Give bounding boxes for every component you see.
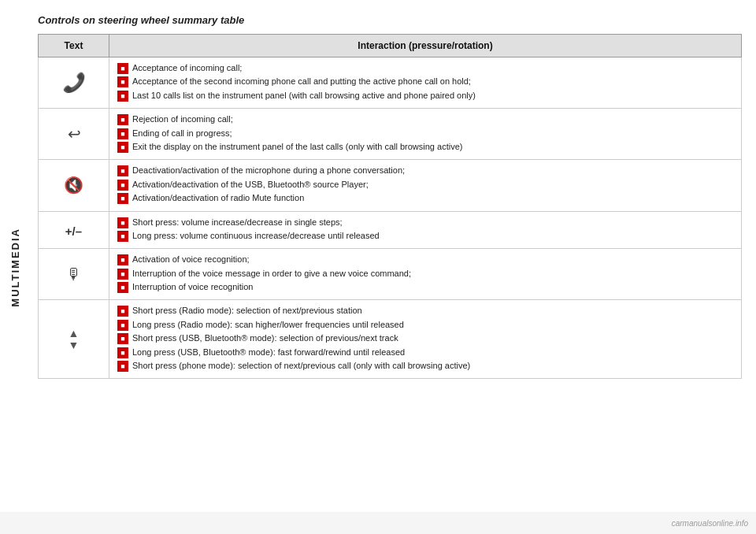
list-item: ■Acceptance of the second incoming phone…: [117, 76, 735, 87]
reject-call-icon: ↩: [39, 109, 109, 160]
bullet-icon: ■: [117, 114, 128, 125]
table-row: +/–■Short press: volume increase/decreas…: [39, 211, 742, 249]
description-text: Activation of voice recognition;: [132, 254, 250, 265]
list-item: ■Short press (Radio mode): selection of …: [117, 305, 735, 317]
list-item: ■Activation/deactivation of the USB, Blu…: [117, 179, 735, 191]
description-cell: ■Acceptance of incoming call;■Acceptance…: [109, 57, 742, 109]
bullet-icon: ■: [117, 347, 128, 358]
description-text: Acceptance of incoming call;: [132, 62, 242, 74]
main-content: Controls on steering wheel summary table…: [30, 0, 756, 534]
list-item: ■Short press (USB, Bluetooth® mode): sel…: [117, 332, 735, 344]
description-cell: ■Deactivation/activation of the micropho…: [109, 160, 742, 211]
arrows-icon: ▲▼: [39, 300, 109, 379]
description-cell: ■Activation of voice recognition;■Interr…: [109, 249, 742, 300]
description-text: Interruption of the voice message in ord…: [132, 268, 411, 280]
description-text: Short press (USB, Bluetooth® mode): sele…: [132, 332, 398, 344]
bullet-icon: ■: [117, 231, 128, 242]
description-text: Long press (USB, Bluetooth® mode): fast …: [132, 347, 405, 358]
description-text: Interruption of voice recognition: [132, 281, 253, 293]
description-text: Rejection of incoming call;: [132, 113, 233, 125]
description-cell: ■Short press (Radio mode): selection of …: [109, 300, 742, 379]
bullet-icon: ■: [117, 254, 128, 265]
table-row: 🎙■Activation of voice recognition;■Inter…: [39, 249, 742, 300]
controls-table: Text Interaction (pressure/rotation) 📞■A…: [38, 34, 742, 379]
bullet-icon: ■: [117, 76, 128, 87]
list-item: ■Last 10 calls list on the instrument pa…: [117, 90, 735, 102]
bullet-icon: ■: [117, 91, 128, 102]
col-header-interaction: Interaction (pressure/rotation): [109, 35, 742, 57]
description-text: Short press (Radio mode): selection of n…: [132, 305, 362, 317]
description-text: Acceptance of the second incoming phone …: [132, 76, 471, 87]
bullet-icon: ■: [117, 320, 128, 331]
phone-icon: 📞: [39, 57, 109, 109]
table-row: 📞■Acceptance of incoming call;■Acceptanc…: [39, 57, 742, 109]
list-item: ■Long press (USB, Bluetooth® mode): fast…: [117, 347, 735, 358]
bullet-icon: ■: [117, 63, 128, 74]
description-cell: ■Rejection of incoming call;■Ending of c…: [109, 109, 742, 160]
watermark: carmanualsonline.info: [0, 512, 756, 534]
list-item: ■Ending of call in progress;: [117, 128, 735, 139]
description-text: Short press (phone mode): selection of n…: [132, 360, 470, 372]
sidebar-label: MULTIMEDIA: [9, 228, 21, 307]
bullet-icon: ■: [117, 333, 128, 344]
list-item: ■Interruption of the voice message in or…: [117, 268, 735, 280]
description-text: Deactivation/activation of the microphon…: [132, 165, 405, 176]
col-header-text: Text: [39, 35, 109, 57]
description-text: Last 10 calls list on the instrument pan…: [132, 90, 476, 102]
description-text: Short press: volume increase/decrease in…: [132, 217, 343, 228]
bullet-icon: ■: [117, 142, 128, 153]
page-title: Controls on steering wheel summary table: [38, 14, 742, 26]
description-text: Exit the display on the instrument panel…: [132, 141, 462, 153]
bullet-icon: ■: [117, 282, 128, 293]
table-row: ↩■Rejection of incoming call;■Ending of …: [39, 109, 742, 160]
bullet-icon: ■: [117, 306, 128, 317]
list-item: ■Activation of voice recognition;: [117, 254, 735, 265]
list-item: ■Long press (Radio mode): scan higher/lo…: [117, 319, 735, 331]
list-item: ■Short press: volume increase/decrease i…: [117, 217, 735, 228]
description-text: Activation/deactivation of radio Mute fu…: [132, 192, 304, 204]
volume-icon: +/–: [39, 211, 109, 249]
list-item: ■Short press (phone mode): selection of …: [117, 360, 735, 372]
list-item: ■Rejection of incoming call;: [117, 113, 735, 125]
bullet-icon: ■: [117, 217, 128, 228]
list-item: ■Deactivation/activation of the micropho…: [117, 165, 735, 176]
description-text: Long press (Radio mode): scan higher/low…: [132, 319, 404, 331]
list-item: ■Long press: volume continuous increase/…: [117, 230, 735, 242]
table-row: 🔇■Deactivation/activation of the microph…: [39, 160, 742, 211]
mute-icon: 🔇: [39, 160, 109, 211]
table-row: ▲▼■Short press (Radio mode): selection o…: [39, 300, 742, 379]
list-item: ■Exit the display on the instrument pane…: [117, 141, 735, 153]
description-cell: ■Short press: volume increase/decrease i…: [109, 211, 742, 249]
bullet-icon: ■: [117, 269, 128, 280]
bullet-icon: ■: [117, 128, 128, 139]
description-text: Long press: volume continuous increase/d…: [132, 230, 380, 242]
list-item: ■Interruption of voice recognition: [117, 281, 735, 293]
watermark-text: carmanualsonline.info: [672, 519, 748, 528]
bullet-icon: ■: [117, 193, 128, 204]
bullet-icon: ■: [117, 180, 128, 191]
list-item: ■Acceptance of incoming call;: [117, 62, 735, 74]
bullet-icon: ■: [117, 165, 128, 176]
list-item: ■Activation/deactivation of radio Mute f…: [117, 192, 735, 204]
description-text: Activation/deactivation of the USB, Blue…: [132, 179, 369, 191]
bullet-icon: ■: [117, 361, 128, 372]
description-text: Ending of call in progress;: [132, 128, 232, 139]
sidebar: MULTIMEDIA: [0, 0, 30, 534]
voice-recognition-icon: 🎙: [39, 249, 109, 300]
